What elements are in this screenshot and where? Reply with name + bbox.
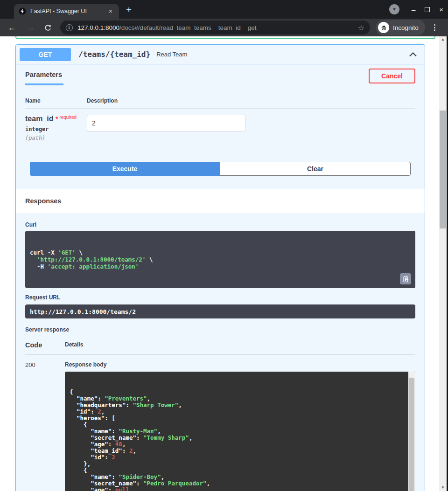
curl-label: Curl	[25, 221, 415, 228]
copy-to-clipboard-button[interactable]	[400, 273, 411, 284]
url-path: /docs#/default/read_team_teams__team_id_…	[119, 24, 256, 31]
response-row: 200 Response body { "name": "Preventers"…	[25, 355, 415, 491]
curl-command-block: curl -X 'GET' \ 'http://127.0.0.1:8000/t…	[25, 231, 415, 288]
required-label: required	[59, 115, 77, 120]
incognito-badge: Incognito	[376, 20, 425, 35]
parameter-row: team_id *required integer (path)	[25, 109, 415, 141]
response-body-scrollbar[interactable]: ▲	[408, 372, 415, 491]
responses-inner: Curl curl -X 'GET' \ 'http://127.0.0.1:8…	[16, 213, 425, 491]
minimize-button[interactable]: –	[412, 6, 415, 13]
maximize-button[interactable]	[425, 7, 430, 12]
url-text[interactable]: 127.0.0.1:8000/docs#/default/read_team_t…	[77, 24, 354, 31]
column-name: Name	[25, 97, 87, 104]
execute-button[interactable]: Execute	[30, 162, 220, 176]
page-scroll-up-icon[interactable]: ▲	[439, 36, 447, 43]
window-close-button[interactable]: ×	[439, 6, 443, 13]
server-response-label: Server response	[25, 326, 415, 333]
previous-endpoint-bottom-edge	[15, 36, 435, 39]
tab-close-icon[interactable]: ×	[107, 7, 114, 15]
page-scrollbar[interactable]: ▲ ▼	[439, 36, 447, 491]
cancel-button[interactable]: Cancel	[369, 69, 415, 83]
reload-button[interactable]	[44, 24, 52, 32]
column-code: Code	[25, 341, 65, 349]
endpoint-path: /teams/{team_id}	[78, 50, 150, 59]
swagger-page: GET /teams/{team_id} Read Team Parameter…	[0, 36, 439, 491]
required-star: *	[56, 115, 58, 123]
request-url-value: http://127.0.0.1:8000/teams/2	[25, 304, 415, 318]
request-url-label: Request URL	[25, 294, 415, 301]
responses-title: Responses	[25, 197, 61, 205]
browser-titlebar: FastAPI - Swagger UI × + ▾ – ×	[0, 0, 448, 19]
bookmark-star-icon[interactable]: ☆	[358, 23, 364, 32]
clear-button[interactable]: Clear	[220, 162, 411, 176]
execute-row: Execute Clear	[30, 162, 411, 176]
column-description: Description	[87, 97, 118, 104]
tab-title: FastAPI - Swagger UI	[30, 8, 107, 14]
page-scrollbar-thumb[interactable]	[440, 111, 446, 228]
tab-parameters[interactable]: Parameters	[25, 71, 63, 85]
incognito-icon	[378, 22, 389, 33]
parameters-header-row: Parameters Cancel	[16, 64, 425, 86]
response-body-label: Response body	[65, 361, 415, 368]
team-id-input[interactable]	[87, 115, 245, 131]
status-code: 200	[25, 360, 65, 491]
get-operation-block: GET /teams/{team_id} Read Team Parameter…	[15, 44, 425, 491]
page-scroll-down-icon[interactable]: ▼	[439, 484, 447, 491]
address-bar[interactable]: 127.0.0.1:8000/docs#/default/read_team_t…	[60, 21, 370, 35]
url-host: 127.0.0.1:8000	[77, 24, 119, 31]
response-details: Response body { "name": "Preventers", "h…	[65, 360, 415, 491]
parameters-table: Name Description team_id *required integ…	[16, 86, 425, 141]
profile-chip-icon[interactable]: ▾	[389, 4, 399, 14]
back-button[interactable]: ←	[7, 23, 16, 32]
parameter-description-cell	[87, 115, 245, 141]
browser-tab[interactable]: FastAPI - Swagger UI ×	[14, 4, 119, 19]
response-body-block: { "name": "Preventers", "headquarters": …	[65, 372, 415, 491]
parameter-meta: team_id *required integer (path)	[25, 115, 87, 141]
endpoint-summary: Read Team	[156, 51, 187, 58]
parameter-name: team_id *required	[25, 115, 87, 123]
response-table-header: Code Details	[25, 341, 415, 355]
response-scrollbar-thumb[interactable]	[409, 378, 414, 491]
method-badge: GET	[20, 48, 71, 61]
parameters-table-header: Name Description	[25, 86, 415, 109]
operation-summary[interactable]: GET /teams/{team_id} Read Team	[16, 45, 425, 64]
fastapi-favicon-icon	[19, 7, 26, 15]
browser-toolbar: ← → 127.0.0.1:8000/docs#/default/read_te…	[0, 19, 448, 36]
collapse-chevron-icon[interactable]	[409, 52, 417, 57]
incognito-label: Incognito	[393, 24, 419, 31]
column-details: Details	[65, 341, 83, 349]
new-tab-button[interactable]: +	[123, 5, 134, 16]
forward-button[interactable]: →	[26, 23, 35, 32]
window-controls: ▾ – ×	[389, 0, 443, 19]
browser-menu-icon[interactable]	[431, 23, 439, 32]
parameter-type: integer	[25, 126, 87, 132]
responses-section-header: Responses	[16, 189, 425, 213]
parameter-location: (path)	[25, 135, 87, 141]
site-info-icon[interactable]	[66, 24, 73, 31]
